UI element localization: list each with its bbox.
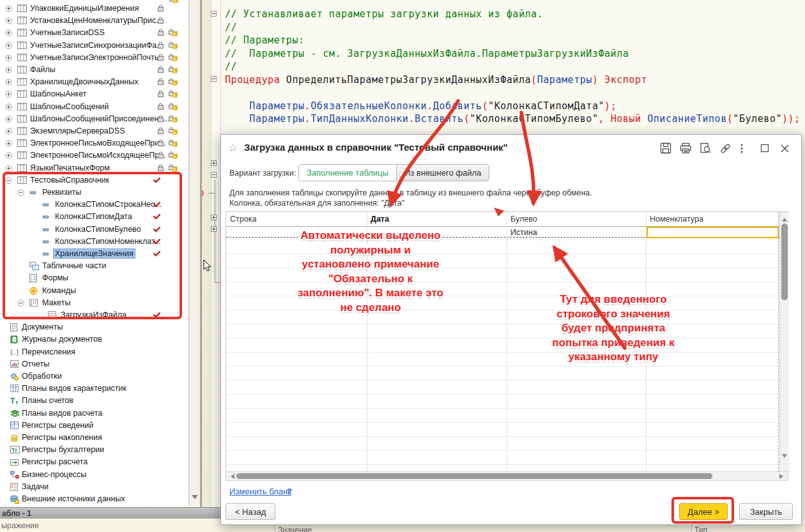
fold-expand-icon[interactable]	[211, 226, 217, 232]
tree-item[interactable]: Журналы документов	[0, 333, 189, 346]
next-button[interactable]: Далее >	[679, 503, 728, 520]
tree-scrollbar[interactable]	[189, 0, 200, 505]
tree-item[interactable]: Обработки	[0, 370, 189, 383]
print-icon[interactable]	[680, 142, 692, 155]
data-table[interactable]: СтрокаДатаБулевоИстинаНоменклатура	[226, 211, 788, 481]
tree-item[interactable]: Регистры накопления	[0, 432, 189, 444]
tree-item[interactable]: Бизнес-процессы	[0, 469, 189, 481]
tree-item[interactable]: УчетныеЗаписиЭлектроннойПочты	[0, 52, 189, 64]
tree-item[interactable]: ЭкземплярыСервераDSS	[0, 125, 189, 137]
column-header[interactable]: Булево	[507, 212, 646, 226]
expand-icon[interactable]	[5, 66, 12, 73]
tree-item[interactable]: УпаковкиЕдиницыИзмерения	[0, 3, 189, 15]
tree-item[interactable]: Задачи	[0, 481, 189, 493]
tree-item[interactable]: Регистры расчета	[0, 456, 189, 468]
metadata-tree-panel[interactable]: УпаковкиЕдиницыИзмеренияУстановкаЦенНоме…	[0, 0, 189, 505]
favorite-star-icon[interactable]: ☆	[228, 141, 238, 155]
tree-item[interactable]: КолонкаСТипомСтрокаНео...	[0, 199, 189, 211]
tree-item[interactable]: ШаблоныСообщений	[0, 101, 189, 113]
tree-item[interactable]: Внешние источники данных	[0, 493, 189, 505]
expand-icon[interactable]	[5, 79, 12, 86]
expand-icon[interactable]	[5, 91, 12, 98]
scroll-down-icon[interactable]	[192, 495, 198, 503]
tree-item[interactable]: ШаблоныСообщенийПрисоединенн...	[0, 113, 189, 125]
vertical-scroll-thumb[interactable]	[781, 224, 788, 300]
tree-item[interactable]: Отчеты	[0, 358, 189, 370]
fold-expand-icon[interactable]	[211, 160, 217, 166]
fold-collapse-icon[interactable]	[211, 172, 217, 178]
tree-item[interactable]: Реквизиты	[0, 186, 189, 199]
help-link[interactable]: ?	[287, 487, 292, 496]
fold-expand-icon[interactable]	[211, 215, 217, 220]
back-button[interactable]: < Назад	[226, 503, 275, 520]
tree-item[interactable]: ХранилищеДвоичныхДанных	[0, 76, 189, 88]
expand-icon[interactable]	[5, 29, 12, 36]
tree-item[interactable]: УчетныеЗаписиСинхронизацииФа...	[0, 40, 189, 52]
column-header[interactable]: Дата	[367, 212, 507, 226]
scroll-left-icon[interactable]	[228, 474, 234, 479]
tree-item[interactable]: Макеты	[0, 297, 189, 309]
collapse-icon[interactable]	[17, 189, 24, 196]
tree-item[interactable]: Табличные части	[0, 260, 189, 272]
selected-cell[interactable]	[647, 227, 779, 238]
tree-item[interactable]: Регистры сведений	[0, 420, 189, 432]
expand-icon[interactable]	[5, 128, 12, 135]
expand-icon[interactable]	[5, 17, 12, 24]
expand-icon[interactable]	[5, 103, 12, 110]
tree-item[interactable]: ЭлектронноеПисьмоВходящееПри...	[0, 137, 189, 149]
tree-item[interactable]: ЗагрузкаИзФайла	[0, 309, 189, 321]
tree-item[interactable]: Планы видов расчета	[0, 407, 189, 420]
tree-item[interactable]: ЯзыкиПечатныхФорм	[0, 162, 189, 174]
expand-icon[interactable]	[5, 116, 12, 123]
tree-item[interactable]: {..}Перечисления	[0, 346, 189, 358]
maximize-icon[interactable]	[759, 142, 771, 155]
column-header[interactable]: Номенклатура	[646, 212, 779, 226]
tree-item[interactable]: Формы	[0, 272, 189, 284]
link-icon[interactable]	[719, 142, 732, 155]
tree-item[interactable]: УстановкаЦенНоменклатурыПрис...	[0, 15, 189, 27]
tree-item[interactable]: ЭлектронноеПисьмоИсходящееПр...	[0, 149, 189, 162]
tree-item[interactable]: Файлы	[0, 64, 189, 76]
expand-icon[interactable]	[5, 54, 12, 61]
tree-item[interactable]: ТтПланы счетов	[0, 395, 189, 407]
tree-item[interactable]: КолонкаСТипомДата	[0, 211, 189, 223]
save-icon[interactable]	[660, 142, 672, 155]
tab-from-file[interactable]: Из внешнего файла	[396, 165, 489, 181]
table-vertical-scrollbar[interactable]	[779, 212, 789, 472]
table-horizontal-scrollbar[interactable]	[226, 471, 788, 481]
expand-icon[interactable]	[5, 165, 12, 172]
scroll-down-icon[interactable]	[782, 454, 787, 460]
collapse-icon[interactable]	[5, 177, 12, 184]
fold-collapse-icon[interactable]	[211, 76, 217, 82]
tree-item[interactable]: КолонкаСТипомНоменклат...	[0, 236, 189, 248]
expand-icon[interactable]	[5, 5, 12, 12]
preview-icon[interactable]	[700, 142, 712, 155]
edit-form-link[interactable]: Изменить бланк	[229, 487, 291, 496]
collapse-icon[interactable]	[17, 300, 24, 307]
tab-fill-table[interactable]: Заполнение таблицы	[299, 165, 396, 181]
close-button[interactable]: Закрыть	[739, 503, 793, 520]
tree-item[interactable]: ТестовыйСправочник	[0, 174, 189, 186]
tree-item[interactable]: Команды	[0, 285, 189, 297]
fold-collapse-icon[interactable]	[211, 11, 217, 17]
tree-item[interactable]: КолонкаСТипомБулево	[0, 224, 189, 236]
tree-item[interactable]: ТгРегистры бухгалтерии	[0, 444, 189, 456]
tree-item[interactable]: Планы видов характеристик	[0, 383, 189, 395]
tree-item[interactable]: ШаблоныАнкет	[0, 88, 189, 100]
table-body[interactable]	[226, 226, 779, 472]
tree-item[interactable]: УчетныеЗаписиDSS	[0, 27, 189, 39]
column-header[interactable]: Строка	[226, 212, 367, 226]
tablo-panel-header[interactable]: абло - 1	[0, 507, 220, 519]
expand-icon[interactable]	[5, 42, 12, 49]
scroll-right-icon[interactable]	[779, 474, 786, 479]
expand-icon[interactable]	[5, 140, 12, 147]
more-icon[interactable]	[739, 142, 751, 155]
tree-item[interactable]: ХранилищеЗначения	[0, 248, 189, 260]
close-icon[interactable]	[779, 142, 791, 155]
table-cell-value[interactable]: Истина	[510, 228, 537, 237]
horizontal-scroll-thumb[interactable]	[236, 473, 712, 479]
scroll-up-icon[interactable]	[782, 215, 787, 222]
expand-icon[interactable]	[5, 152, 12, 159]
panel-splitter[interactable]	[200, 0, 202, 507]
tree-item[interactable]: Документы	[0, 321, 189, 333]
